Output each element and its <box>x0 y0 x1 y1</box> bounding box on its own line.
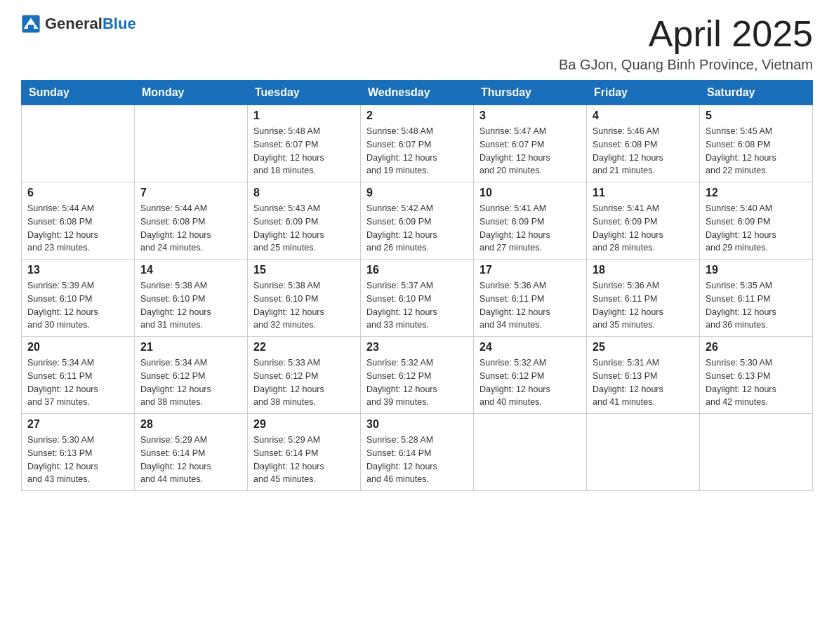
day-number: 26 <box>706 341 807 354</box>
day-number: 13 <box>27 264 128 276</box>
day-info: Sunrise: 5:29 AMSunset: 6:14 PMDaylight:… <box>253 434 355 486</box>
calendar-header-tuesday: Tuesday <box>248 81 361 105</box>
calendar-cell: 18Sunrise: 5:36 AMSunset: 6:11 PMDayligh… <box>587 260 700 337</box>
calendar-cell: 5Sunrise: 5:45 AMSunset: 6:08 PMDaylight… <box>700 105 813 182</box>
day-number: 6 <box>27 187 128 199</box>
day-number: 24 <box>479 341 581 354</box>
calendar-cell: 15Sunrise: 5:38 AMSunset: 6:10 PMDayligh… <box>248 260 361 337</box>
day-number: 16 <box>366 264 468 276</box>
day-number: 3 <box>479 109 581 122</box>
day-info: Sunrise: 5:41 AMSunset: 6:09 PMDaylight:… <box>593 202 694 255</box>
calendar-cell: 8Sunrise: 5:43 AMSunset: 6:09 PMDaylight… <box>248 182 361 260</box>
calendar-cell: 13Sunrise: 5:39 AMSunset: 6:10 PMDayligh… <box>22 260 135 337</box>
calendar-cell: 28Sunrise: 5:29 AMSunset: 6:14 PMDayligh… <box>135 414 248 491</box>
day-info: Sunrise: 5:37 AMSunset: 6:10 PMDaylight:… <box>366 279 468 332</box>
day-info: Sunrise: 5:30 AMSunset: 6:13 PMDaylight:… <box>706 356 807 409</box>
calendar-cell <box>22 105 135 182</box>
logo-icon <box>21 14 41 34</box>
day-number: 5 <box>706 109 807 122</box>
day-number: 23 <box>366 341 468 354</box>
day-number: 21 <box>140 341 241 354</box>
calendar-cell: 4Sunrise: 5:46 AMSunset: 6:08 PMDaylight… <box>587 105 700 182</box>
calendar-cell: 17Sunrise: 5:36 AMSunset: 6:11 PMDayligh… <box>474 260 587 337</box>
day-info: Sunrise: 5:43 AMSunset: 6:09 PMDaylight:… <box>253 202 355 255</box>
calendar-cell: 29Sunrise: 5:29 AMSunset: 6:14 PMDayligh… <box>248 414 361 491</box>
calendar-cell: 12Sunrise: 5:40 AMSunset: 6:09 PMDayligh… <box>700 182 813 260</box>
calendar-cell: 6Sunrise: 5:44 AMSunset: 6:08 PMDaylight… <box>22 182 135 260</box>
day-info: Sunrise: 5:34 AMSunset: 6:11 PMDaylight:… <box>27 356 128 409</box>
calendar-cell: 14Sunrise: 5:38 AMSunset: 6:10 PMDayligh… <box>135 260 248 337</box>
day-info: Sunrise: 5:48 AMSunset: 6:07 PMDaylight:… <box>253 125 355 177</box>
day-info: Sunrise: 5:35 AMSunset: 6:11 PMDaylight:… <box>706 279 807 332</box>
day-info: Sunrise: 5:47 AMSunset: 6:07 PMDaylight:… <box>479 125 581 177</box>
week-row-1: 1Sunrise: 5:48 AMSunset: 6:07 PMDaylight… <box>22 105 813 182</box>
day-number: 27 <box>27 418 128 431</box>
day-info: Sunrise: 5:32 AMSunset: 6:12 PMDaylight:… <box>479 356 581 409</box>
day-number: 10 <box>479 187 581 199</box>
day-info: Sunrise: 5:48 AMSunset: 6:07 PMDaylight:… <box>366 125 468 177</box>
day-number: 9 <box>366 187 468 199</box>
calendar-cell: 7Sunrise: 5:44 AMSunset: 6:08 PMDaylight… <box>135 182 248 260</box>
day-info: Sunrise: 5:31 AMSunset: 6:13 PMDaylight:… <box>593 356 694 409</box>
calendar-cell: 23Sunrise: 5:32 AMSunset: 6:12 PMDayligh… <box>361 337 474 414</box>
day-number: 17 <box>479 264 581 276</box>
calendar-cell: 10Sunrise: 5:41 AMSunset: 6:09 PMDayligh… <box>474 182 587 260</box>
day-number: 2 <box>366 109 468 122</box>
day-number: 29 <box>253 418 355 431</box>
day-info: Sunrise: 5:33 AMSunset: 6:12 PMDaylight:… <box>253 356 355 409</box>
day-number: 1 <box>253 109 355 122</box>
calendar-cell: 25Sunrise: 5:31 AMSunset: 6:13 PMDayligh… <box>587 337 700 414</box>
day-info: Sunrise: 5:34 AMSunset: 6:12 PMDaylight:… <box>140 356 241 409</box>
day-info: Sunrise: 5:32 AMSunset: 6:12 PMDaylight:… <box>366 356 468 409</box>
day-number: 28 <box>140 418 241 431</box>
day-info: Sunrise: 5:45 AMSunset: 6:08 PMDaylight:… <box>706 125 807 177</box>
calendar-cell <box>474 414 587 491</box>
svg-rect-2 <box>28 25 34 29</box>
day-number: 19 <box>706 264 807 276</box>
calendar-cell: 27Sunrise: 5:30 AMSunset: 6:13 PMDayligh… <box>22 414 135 491</box>
calendar-title: April 2025 <box>559 14 813 54</box>
calendar-header-thursday: Thursday <box>474 81 587 105</box>
day-number: 22 <box>253 341 355 354</box>
title-block: April 2025 Ba GJon, Quang Binh Province,… <box>559 14 813 73</box>
day-number: 12 <box>706 187 807 199</box>
calendar-cell <box>700 414 813 491</box>
day-info: Sunrise: 5:42 AMSunset: 6:09 PMDaylight:… <box>366 202 468 255</box>
day-info: Sunrise: 5:38 AMSunset: 6:10 PMDaylight:… <box>140 279 241 332</box>
calendar-cell <box>587 414 700 491</box>
day-info: Sunrise: 5:36 AMSunset: 6:11 PMDaylight:… <box>479 279 581 332</box>
day-number: 25 <box>593 341 694 354</box>
calendar-cell: 16Sunrise: 5:37 AMSunset: 6:10 PMDayligh… <box>361 260 474 337</box>
calendar-cell: 24Sunrise: 5:32 AMSunset: 6:12 PMDayligh… <box>474 337 587 414</box>
calendar-header-row: SundayMondayTuesdayWednesdayThursdayFrid… <box>22 81 813 105</box>
day-number: 7 <box>140 187 241 199</box>
week-row-2: 6Sunrise: 5:44 AMSunset: 6:08 PMDaylight… <box>22 182 813 260</box>
calendar-header-saturday: Saturday <box>700 81 813 105</box>
calendar-header-sunday: Sunday <box>22 81 135 105</box>
day-info: Sunrise: 5:46 AMSunset: 6:08 PMDaylight:… <box>593 125 694 177</box>
day-number: 14 <box>140 264 241 276</box>
day-number: 20 <box>27 341 128 354</box>
day-number: 11 <box>593 187 694 199</box>
page-header: GeneralBlue April 2025 Ba GJon, Quang Bi… <box>21 14 813 73</box>
calendar-cell: 19Sunrise: 5:35 AMSunset: 6:11 PMDayligh… <box>700 260 813 337</box>
week-row-3: 13Sunrise: 5:39 AMSunset: 6:10 PMDayligh… <box>22 260 813 337</box>
day-info: Sunrise: 5:39 AMSunset: 6:10 PMDaylight:… <box>27 279 128 332</box>
calendar-cell: 30Sunrise: 5:28 AMSunset: 6:14 PMDayligh… <box>361 414 474 491</box>
logo: GeneralBlue <box>21 14 136 34</box>
calendar-cell: 1Sunrise: 5:48 AMSunset: 6:07 PMDaylight… <box>248 105 361 182</box>
logo-text-blue: Blue <box>102 15 136 32</box>
calendar-cell: 26Sunrise: 5:30 AMSunset: 6:13 PMDayligh… <box>700 337 813 414</box>
day-info: Sunrise: 5:40 AMSunset: 6:09 PMDaylight:… <box>706 202 807 255</box>
calendar-cell <box>135 105 248 182</box>
day-info: Sunrise: 5:36 AMSunset: 6:11 PMDaylight:… <box>593 279 694 332</box>
week-row-5: 27Sunrise: 5:30 AMSunset: 6:13 PMDayligh… <box>22 414 813 491</box>
logo-text-general: General <box>45 15 102 32</box>
calendar-header-monday: Monday <box>135 81 248 105</box>
calendar-header-friday: Friday <box>587 81 700 105</box>
day-info: Sunrise: 5:44 AMSunset: 6:08 PMDaylight:… <box>27 202 128 255</box>
calendar-cell: 3Sunrise: 5:47 AMSunset: 6:07 PMDaylight… <box>474 105 587 182</box>
day-number: 30 <box>366 418 468 431</box>
calendar-cell: 9Sunrise: 5:42 AMSunset: 6:09 PMDaylight… <box>361 182 474 260</box>
calendar-header-wednesday: Wednesday <box>361 81 474 105</box>
